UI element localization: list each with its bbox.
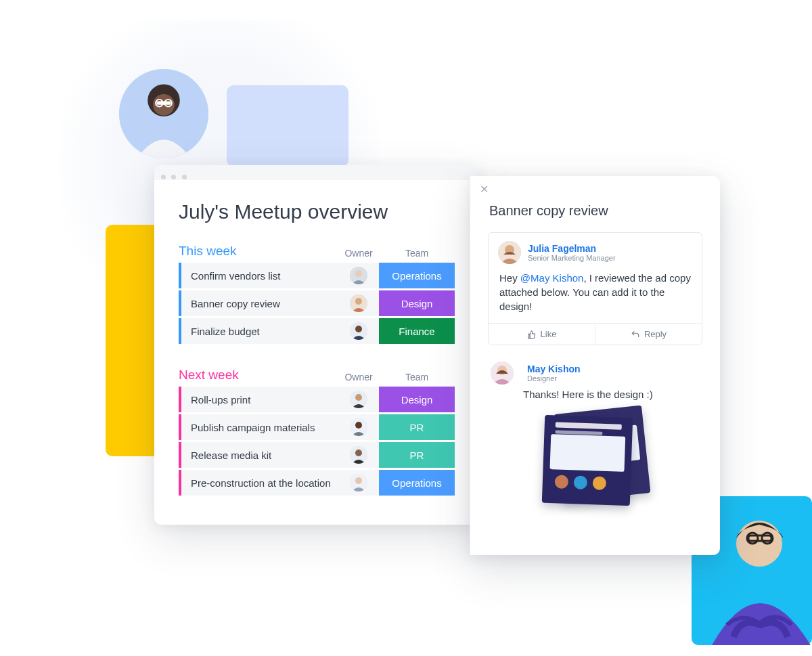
column-header-team: Team xyxy=(379,372,455,382)
task-team-tag[interactable]: PR xyxy=(379,414,455,440)
comment-author-role: Senior Marketing Manager xyxy=(528,254,616,262)
svg-point-6 xyxy=(736,521,782,567)
task-row[interactable]: Confirm vendors list Operations xyxy=(179,263,455,288)
avatar-icon xyxy=(498,241,521,264)
svg-rect-3 xyxy=(156,102,171,105)
attachment-thumbnail[interactable] xyxy=(523,411,658,506)
svg-point-30 xyxy=(592,476,606,490)
comment-author[interactable]: Julia Fagelman xyxy=(528,243,616,254)
traffic-light-icon xyxy=(171,175,176,179)
comment-body: Hey @May Kishon, I reviewed the ad copy … xyxy=(489,268,702,323)
avatar-icon xyxy=(350,267,367,284)
close-icon[interactable]: ✕ xyxy=(480,183,489,196)
svg-point-17 xyxy=(355,394,362,401)
avatar-icon xyxy=(350,418,367,436)
item-detail-panel: ✕ Banner copy review Julia Fagelman Seni… xyxy=(470,176,720,555)
task-team-tag[interactable]: Operations xyxy=(379,263,455,288)
group-title[interactable]: Next week xyxy=(179,368,338,382)
task-name: Release media kit xyxy=(181,450,338,461)
decorative-avatar-top xyxy=(119,69,208,158)
column-header-owner: Owner xyxy=(338,248,379,259)
avatar-icon xyxy=(491,362,514,385)
board-title: July's Meetup overview xyxy=(179,200,455,223)
reply-author-role: Designer xyxy=(527,374,581,382)
task-owner[interactable] xyxy=(338,446,379,464)
svg-rect-31 xyxy=(556,422,622,429)
comment-text: Hey xyxy=(499,272,520,284)
task-row[interactable]: Roll-ups print Design xyxy=(179,387,455,412)
task-name: Roll-ups print xyxy=(181,394,338,406)
task-owner[interactable] xyxy=(338,418,379,436)
group-header-this-week: This week Owner Team xyxy=(179,244,455,259)
decorative-blue-block xyxy=(227,85,348,167)
avatar-icon xyxy=(350,391,367,408)
task-row[interactable]: Publish campaign materials PR xyxy=(179,414,455,440)
detail-panel-title: Banner copy review xyxy=(470,176,720,232)
person-icon xyxy=(119,69,208,158)
task-row[interactable]: Release media kit PR xyxy=(179,442,455,468)
svg-point-19 xyxy=(355,422,362,429)
task-owner[interactable] xyxy=(338,474,379,491)
task-name: Confirm vendors list xyxy=(181,270,338,282)
reply-button[interactable]: Reply xyxy=(595,324,702,345)
document-art-icon xyxy=(542,415,633,506)
group-title[interactable]: This week xyxy=(179,244,338,259)
avatar-icon xyxy=(350,294,367,312)
task-team-tag[interactable]: Design xyxy=(379,387,455,412)
task-owner[interactable] xyxy=(338,267,379,284)
avatar-icon xyxy=(350,474,367,491)
svg-point-21 xyxy=(355,450,362,456)
svg-point-11 xyxy=(355,270,362,277)
svg-point-28 xyxy=(555,475,569,489)
svg-point-23 xyxy=(355,477,362,484)
svg-point-13 xyxy=(355,298,362,305)
task-row[interactable]: Pre-construction at the location Operati… xyxy=(179,470,455,496)
user-mention[interactable]: @May Kishon xyxy=(520,272,584,284)
column-header-team: Team xyxy=(379,248,455,259)
task-row[interactable]: Finalize budget Finance xyxy=(179,318,455,344)
avatar-icon xyxy=(350,322,367,340)
reply-label: Reply xyxy=(644,329,667,339)
task-row[interactable]: Banner copy review Design xyxy=(179,290,455,316)
like-button[interactable]: Like xyxy=(489,324,595,345)
task-name: Publish campaign materials xyxy=(181,422,338,433)
traffic-light-icon xyxy=(161,175,166,179)
reply-icon xyxy=(631,330,640,339)
avatar-icon xyxy=(350,446,367,464)
thumbs-up-icon xyxy=(527,330,537,339)
like-label: Like xyxy=(541,329,557,339)
reply-body: Thanks! Here is the design :) xyxy=(491,385,700,407)
task-owner[interactable] xyxy=(338,294,379,312)
traffic-light-icon xyxy=(182,175,187,179)
svg-point-29 xyxy=(574,475,588,489)
column-header-owner: Owner xyxy=(338,372,379,382)
task-name: Pre-construction at the location xyxy=(181,477,338,489)
svg-point-15 xyxy=(355,326,362,332)
task-name: Banner copy review xyxy=(181,298,338,309)
svg-rect-32 xyxy=(555,430,602,435)
task-team-tag[interactable]: Operations xyxy=(379,470,455,496)
task-owner[interactable] xyxy=(338,322,379,340)
task-team-tag[interactable]: Finance xyxy=(379,318,455,344)
task-name: Finalize budget xyxy=(181,326,338,337)
window-titlebar xyxy=(154,165,479,180)
comment-card: Julia Fagelman Senior Marketing Manager … xyxy=(488,232,702,345)
reply-author[interactable]: May Kishon xyxy=(527,364,581,374)
task-team-tag[interactable]: PR xyxy=(379,442,455,468)
reply-card: May Kishon Designer Thanks! Here is the … xyxy=(488,356,702,506)
board-window: July's Meetup overview This week Owner T… xyxy=(154,165,479,525)
group-header-next-week: Next week Owner Team xyxy=(179,368,455,382)
task-team-tag[interactable]: Design xyxy=(379,290,455,316)
document-icon xyxy=(542,415,633,506)
task-owner[interactable] xyxy=(338,391,379,408)
